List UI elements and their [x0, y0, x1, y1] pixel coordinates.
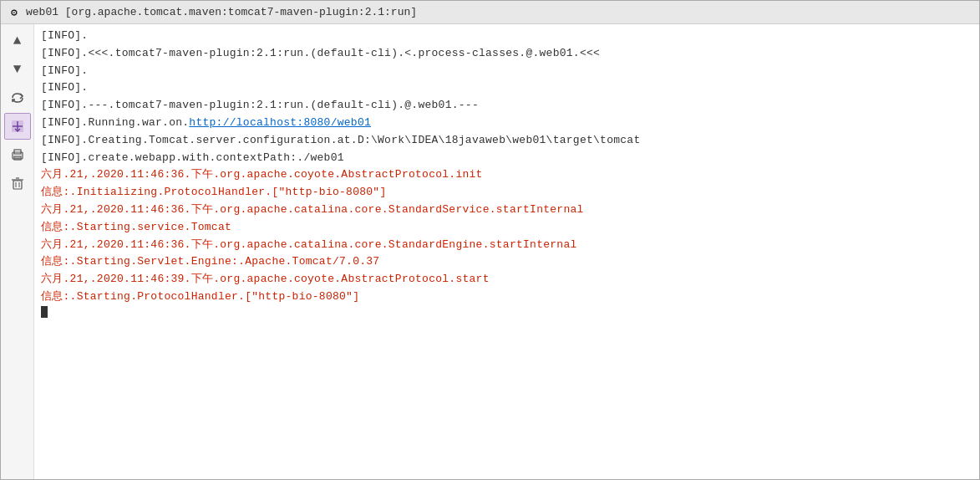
log-line: [INFO].create.webapp.with.contextPath:./…	[41, 150, 972, 167]
log-line: 六月.21,.2020.11:46:36.下午.org.apache.catal…	[41, 237, 972, 254]
log-line: 六月.21,.2020.11:46:36.下午.org.apache.coyot…	[41, 166, 972, 184]
main-area: ▲ ▼	[1, 24, 979, 479]
special-button[interactable]	[4, 113, 31, 140]
log-line: 信息:.Starting.Servlet.Engine:.Apache.Tomc…	[41, 253, 972, 271]
main-window: ⚙ web01 [org.apache.tomcat.maven:tomcat7…	[0, 0, 980, 480]
log-line: 信息:.Initializing.ProtocolHandler.["http-…	[41, 184, 972, 202]
left-toolbar: ▲ ▼	[1, 24, 34, 479]
svg-rect-7	[13, 181, 22, 189]
delete-button[interactable]	[4, 170, 31, 197]
log-line: 信息:.Starting.ProtocolHandler.["http-bio-…	[41, 289, 972, 306]
print-icon	[10, 147, 25, 162]
scroll-up-button[interactable]: ▲	[4, 28, 31, 54]
window-title: web01 [org.apache.tomcat.maven:tomcat7-m…	[26, 6, 417, 18]
log-line: [INFO].	[41, 79, 972, 97]
text-cursor	[41, 306, 48, 318]
log-line: [INFO].<<<.tomcat7-maven-plugin:2.1:run.…	[41, 45, 972, 63]
log-line: [INFO].Running.war.on.http://localhost:8…	[41, 115, 972, 132]
title-bar: ⚙ web01 [org.apache.tomcat.maven:tomcat7…	[1, 1, 979, 24]
log-line: [INFO].	[41, 63, 972, 80]
log-line: [INFO].	[41, 28, 972, 45]
delete-icon	[10, 176, 25, 191]
rerun-icon	[10, 90, 25, 105]
log-line: 六月.21,.2020.11:46:36.下午.org.apache.catal…	[41, 202, 972, 219]
scroll-down-button[interactable]: ▼	[4, 56, 31, 83]
log-line: [INFO].---.tomcat7-maven-plugin:2.1:run.…	[41, 97, 972, 115]
window-icon: ⚙	[8, 6, 21, 19]
print-button[interactable]	[4, 141, 31, 168]
localhost-link[interactable]: http://localhost:8080/web01	[189, 116, 371, 129]
log-line: 六月.21,.2020.11:46:39.下午.org.apache.coyot…	[41, 271, 972, 289]
rerun-button[interactable]	[4, 84, 31, 111]
log-line: [INFO].Creating.Tomcat.server.configurat…	[41, 132, 972, 150]
log-line: 信息:.Starting.service.Tomcat	[41, 219, 972, 237]
cursor-line	[41, 306, 972, 318]
console-output[interactable]: [INFO]. [INFO].<<<.tomcat7-maven-plugin:…	[34, 24, 979, 479]
special-icon	[10, 119, 25, 134]
